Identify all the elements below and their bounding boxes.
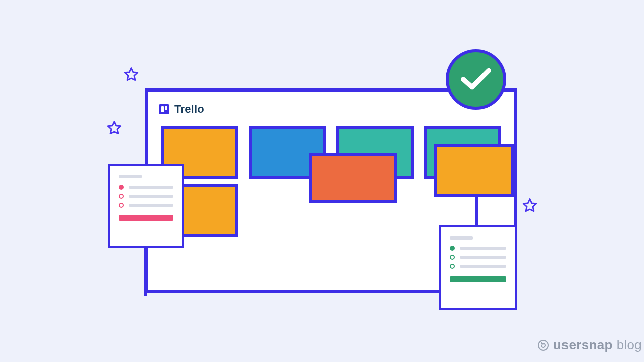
board-header: Trello <box>159 103 204 116</box>
note-item <box>450 264 506 269</box>
note-item <box>119 194 173 199</box>
refresh-circle-icon <box>537 339 549 351</box>
bullet-icon <box>450 255 455 260</box>
note-progress-bar <box>450 276 506 282</box>
note-line-placeholder <box>460 256 506 259</box>
watermark-brand-light: blog <box>617 337 642 353</box>
bullet-icon <box>119 194 124 199</box>
star-icon <box>521 197 538 214</box>
checkmark-icon <box>461 67 491 92</box>
star-icon <box>106 120 123 137</box>
diagram-stage: Trello <box>0 0 644 362</box>
watermark: usersnap blog <box>537 337 642 353</box>
star-icon <box>123 66 140 83</box>
note-item <box>450 255 506 260</box>
board-title: Trello <box>174 103 204 116</box>
note-title-placeholder <box>119 175 142 178</box>
note-line-placeholder <box>129 186 173 189</box>
watermark-brand-bold: usersnap <box>553 337 613 353</box>
bullet-icon <box>119 203 124 208</box>
note-progress-bar <box>119 215 173 221</box>
bullet-icon <box>450 264 455 269</box>
note-item <box>119 203 173 208</box>
bullet-icon <box>119 185 124 190</box>
svg-point-0 <box>538 340 548 350</box>
trello-logo-icon <box>159 104 169 114</box>
check-badge <box>446 49 506 110</box>
note-item <box>450 246 506 251</box>
note-panel-right <box>439 225 517 310</box>
note-line-placeholder <box>460 265 506 268</box>
overlay-card-right <box>434 144 514 197</box>
bullet-icon <box>450 246 455 251</box>
note-line-placeholder <box>460 247 506 250</box>
note-line-placeholder <box>129 204 173 207</box>
note-panel-left <box>108 164 184 248</box>
note-title-placeholder <box>450 236 473 240</box>
note-item <box>119 185 173 190</box>
overlay-card-center <box>309 153 397 203</box>
note-line-placeholder <box>129 195 173 198</box>
